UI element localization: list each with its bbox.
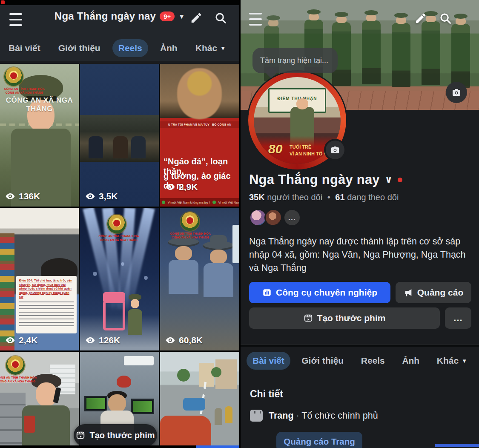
view-count: 60,8K bbox=[165, 335, 203, 345]
avatar-frame-80: 80 bbox=[268, 142, 282, 156]
left-header-title-row[interactable]: Nga Thắng ngày nay 9+ ▼ bbox=[0, 10, 239, 22]
reel-tile[interactable]: CÔNG AN TỈNH THANH HÓACÔNG AN XÃ NGA THẮ… bbox=[160, 208, 239, 350]
status-prompt-text: Tâm trạng hiện tại... bbox=[260, 56, 328, 65]
bookshelf bbox=[0, 233, 14, 350]
compose-pencil-icon[interactable] bbox=[414, 12, 427, 25]
police-emblem-icon bbox=[4, 67, 23, 86]
detail-separator: · bbox=[296, 411, 299, 421]
tab-khac[interactable]: Khác▼ bbox=[189, 39, 232, 57]
tab-reels[interactable]: Reels bbox=[112, 39, 148, 57]
chevron-down-icon: ▼ bbox=[220, 45, 226, 52]
officer-figure bbox=[362, 20, 381, 84]
create-reel-label: Tạo thước phim bbox=[317, 313, 386, 323]
chevron-down-icon[interactable]: ▼ bbox=[178, 13, 185, 20]
officer-figure bbox=[451, 24, 470, 88]
following-label: đang theo dõi bbox=[347, 192, 399, 202]
tab-bai-viet[interactable]: Bài viết bbox=[247, 352, 290, 370]
reel-tile[interactable]: Điều 304. Tội chế tạo, tàng trữ, vận chu… bbox=[0, 208, 79, 350]
legal-document-card: Điều 304. Tội chế tạo, tàng trữ, vận chu… bbox=[16, 276, 77, 333]
tree bbox=[177, 369, 190, 382]
tab-anh[interactable]: Ảnh bbox=[154, 39, 184, 57]
traffic-officer bbox=[225, 406, 232, 423]
blue-car bbox=[183, 398, 205, 411]
chevron-down-icon: ▼ bbox=[462, 358, 467, 364]
air-conditioner bbox=[124, 356, 154, 365]
edit-avatar-camera-icon[interactable] bbox=[324, 139, 346, 161]
followers-row[interactable]: 35K người theo dõi • 61 đang theo dõi bbox=[249, 192, 399, 202]
status-bar bbox=[0, 0, 239, 5]
page-title: Nga Thắng ngày nay bbox=[54, 10, 156, 22]
police-emblem-icon bbox=[6, 356, 25, 375]
document-title: Điều 304. Tội chế tạo, tàng trữ, vận chu… bbox=[19, 279, 74, 299]
tree bbox=[211, 367, 221, 377]
reels-icon bbox=[76, 431, 85, 440]
reel-tile[interactable] bbox=[160, 352, 239, 448]
status-prompt-bubble[interactable]: Tâm trạng hiện tại... bbox=[252, 48, 338, 73]
eye-icon bbox=[5, 191, 15, 201]
notification-badge: 9+ bbox=[160, 11, 175, 21]
dot-separator: • bbox=[327, 192, 330, 202]
reel-tile[interactable]: 3,5K bbox=[80, 64, 159, 207]
more-options-button[interactable]: ... bbox=[445, 307, 471, 329]
page-name-row: Nga Thắng ngày nay ∨ bbox=[249, 172, 402, 187]
page-flag-icon bbox=[250, 410, 263, 422]
search-icon[interactable] bbox=[214, 11, 227, 24]
emblem-caption: CÔNG AN TỈNH THANH HÓACÔNG AN XÃ NGA THẮ… bbox=[95, 234, 142, 242]
video-progress-bar bbox=[196, 445, 239, 448]
page-category-row: Trang · Tổ chức chính phủ bbox=[250, 410, 378, 422]
edit-cover-camera-icon[interactable] bbox=[446, 82, 467, 103]
following-count: 61 bbox=[335, 192, 344, 202]
document-lines bbox=[19, 302, 74, 326]
blurred-face bbox=[177, 68, 222, 119]
menu-hamburger-icon[interactable] bbox=[249, 13, 262, 26]
emblem-caption: CÔNG AN TỈNH THANH HÓACÔNG AN XÃ NGA THẮ… bbox=[1, 87, 48, 95]
reel-tile[interactable]: U TRA TỘI PHẠM VỀ MA TÚY - BỘ CÔNG AN “N… bbox=[160, 64, 239, 207]
red-armband bbox=[24, 416, 35, 433]
insights-icon bbox=[262, 288, 272, 297]
officer-face bbox=[131, 299, 139, 308]
video-still bbox=[80, 115, 159, 162]
more-avatars-button[interactable]: ... bbox=[283, 209, 301, 227]
tab-gioi-thieu[interactable]: Giới thiệu bbox=[52, 39, 106, 57]
screenshot-composite: Nga Thắng ngày nay 9+ ▼ Bài viết Giới th… bbox=[0, 0, 479, 448]
officer-figure bbox=[392, 23, 410, 87]
avatar bbox=[264, 209, 282, 227]
professional-tools-label: Công cụ chuyên nghiệp bbox=[276, 287, 377, 298]
reel-banner-text: CÔNG AN XÃ NGA THẮNG bbox=[0, 96, 79, 113]
reel-tile[interactable]: CÔNG AN TỈNH THANH HÓACÔNG AN XÃ NGA THẮ… bbox=[0, 352, 79, 448]
ads-button[interactable]: Quảng cáo bbox=[396, 282, 471, 303]
tab-reels[interactable]: Reels bbox=[355, 352, 391, 370]
view-count: 3,5K bbox=[85, 191, 118, 201]
eye-icon bbox=[165, 182, 175, 192]
tab-gioi-thieu[interactable]: Giới thiệu bbox=[295, 352, 350, 370]
chevron-down-icon[interactable]: ∨ bbox=[385, 174, 393, 185]
tab-khac[interactable]: Khác▼ bbox=[431, 352, 473, 370]
professional-tools-button[interactable]: Công cụ chuyên nghiệp bbox=[249, 282, 390, 303]
tab-anh[interactable]: Ảnh bbox=[396, 352, 425, 370]
create-reel-floating-button[interactable]: Tạo thước phim bbox=[74, 424, 157, 446]
section-divider bbox=[241, 344, 479, 347]
tab-bai-viet[interactable]: Bài viết bbox=[3, 39, 46, 57]
officer-body bbox=[128, 309, 142, 335]
view-count: 136K bbox=[5, 191, 40, 201]
monitor bbox=[131, 399, 154, 414]
stage-light bbox=[144, 276, 148, 280]
emblem-caption: CÔNG AN TỈNH THANH HÓACÔNG AN XÃ NGA THẮ… bbox=[0, 376, 40, 383]
search-icon[interactable] bbox=[439, 12, 452, 25]
eye-icon bbox=[85, 191, 95, 201]
ads-label: Quảng cáo bbox=[417, 287, 464, 298]
reel-caption-header: U TRA TỘI PHẠM VỀ MA TÚY - BỘ CÔNG AN bbox=[160, 121, 239, 128]
reel-tile[interactable]: CÔNG AN TỈNH THANH HÓACÔNG AN XÃ NGA THẮ… bbox=[80, 208, 159, 350]
left-panel-reels-view: Nga Thắng ngày nay 9+ ▼ Bài viết Giới th… bbox=[0, 0, 239, 448]
view-count: 2,4K bbox=[5, 335, 37, 345]
create-reel-button[interactable]: Tạo thước phim bbox=[249, 307, 440, 329]
scroll-progress-bar bbox=[435, 444, 479, 447]
page-name: Nga Thắng ngày nay bbox=[249, 172, 380, 187]
view-count: 2,9K bbox=[165, 182, 198, 192]
emblem-caption: CÔNG AN TỈNH THANH HÓACÔNG AN XÃ NGA THẮ… bbox=[167, 232, 214, 239]
reel-tile[interactable]: CÔNG AN TỈNH THANH HÓACÔNG AN XÃ NGA THẮ… bbox=[0, 64, 79, 207]
advertise-page-button[interactable]: Quảng cáo Trang bbox=[276, 432, 362, 448]
police-emblem-icon bbox=[107, 215, 126, 233]
monitor bbox=[84, 396, 107, 411]
compose-pencil-icon[interactable] bbox=[190, 11, 203, 24]
